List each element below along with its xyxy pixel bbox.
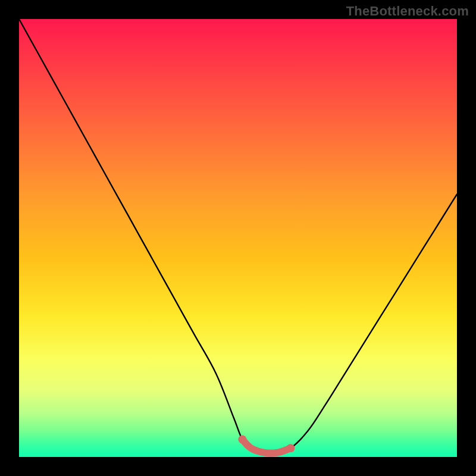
bottleneck-curve-svg: [19, 19, 457, 457]
flat-segment-endpoint: [238, 436, 246, 444]
attribution-text: TheBottleneck.com: [346, 4, 469, 19]
optimal-flat-segment-path: [242, 440, 290, 453]
flat-segment-endpoint: [286, 444, 295, 452]
bottleneck-curve-path: [19, 19, 457, 453]
chart-frame: TheBottleneck.com: [0, 0, 476, 476]
plot-area: [19, 19, 457, 457]
